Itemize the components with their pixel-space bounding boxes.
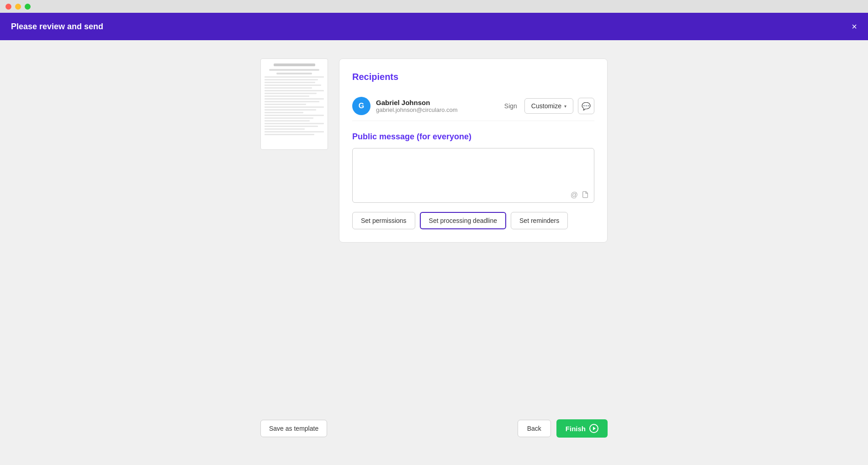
main-content: Recipients G Gabriel Johnson gabriel.joh…	[0, 40, 868, 465]
traffic-lights	[0, 0, 868, 13]
doc-text-line-14	[265, 112, 303, 113]
header: Please review and send ×	[0, 13, 868, 40]
comment-icon: 💬	[582, 102, 591, 111]
svg-marker-0	[593, 427, 596, 430]
message-textarea[interactable]	[352, 148, 594, 203]
document-preview	[260, 58, 328, 150]
traffic-light-red[interactable]	[5, 4, 11, 10]
customize-button[interactable]: Customize ▾	[524, 98, 573, 114]
document-lines	[261, 59, 328, 141]
recipient-row: G Gabriel Johnson gabriel.johnson@circul…	[352, 91, 594, 121]
doc-text-line-17	[265, 120, 310, 122]
right-panel: Recipients G Gabriel Johnson gabriel.joh…	[339, 58, 608, 243]
traffic-light-yellow[interactable]	[15, 4, 21, 10]
doc-text-line-20	[265, 128, 305, 130]
doc-text-line-21	[265, 131, 324, 132]
back-button[interactable]: Back	[518, 420, 551, 437]
bottom-row-wrapper: Save as template Back Finish	[0, 419, 868, 438]
set-reminders-button[interactable]: Set reminders	[511, 212, 568, 229]
chevron-down-icon: ▾	[564, 104, 566, 109]
content-area: Recipients G Gabriel Johnson gabriel.joh…	[260, 58, 608, 243]
doc-text-line-5	[265, 87, 312, 89]
recipient-name: Gabriel Johnson	[376, 99, 504, 106]
save-as-template-button[interactable]: Save as template	[260, 420, 327, 437]
doc-text-line-3	[265, 82, 315, 83]
doc-text-line-22	[265, 134, 314, 135]
doc-text-line-19	[265, 126, 318, 127]
recipient-action-label: Sign	[504, 102, 517, 110]
recipient-info: Gabriel Johnson gabriel.johnson@circular…	[376, 99, 504, 113]
doc-text-line-18	[265, 123, 324, 124]
doc-text-line-2	[265, 79, 318, 80]
comment-button[interactable]: 💬	[578, 98, 594, 114]
finish-button[interactable]: Finish	[556, 419, 608, 438]
doc-text-line-16	[265, 117, 313, 119]
doc-text-line-12	[265, 106, 324, 108]
doc-text-line-4	[265, 85, 321, 86]
finish-icon	[589, 424, 598, 433]
doc-text-line-13	[265, 109, 316, 111]
doc-text-line-1	[265, 76, 324, 78]
doc-text-line-7	[265, 93, 317, 94]
doc-text-line-6	[265, 90, 324, 91]
mention-icon[interactable]: @	[571, 191, 578, 200]
set-processing-deadline-button[interactable]: Set processing deadline	[420, 212, 506, 229]
public-message-title: Public message (for everyone)	[352, 132, 594, 142]
bottom-row: Save as template Back Finish	[260, 419, 608, 438]
recipient-email: gabriel.johnson@circularo.com	[376, 106, 504, 113]
set-permissions-button[interactable]: Set permissions	[352, 212, 415, 229]
doc-sub-line-2	[276, 73, 312, 74]
doc-text-line-9	[265, 98, 324, 100]
doc-text-line-11	[265, 104, 306, 105]
action-buttons: Set permissions Set processing deadline …	[352, 212, 594, 229]
textarea-icons: @	[571, 191, 589, 200]
header-title: Please review and send	[11, 22, 103, 32]
bottom-right-buttons: Back Finish	[518, 419, 608, 438]
recipients-title: Recipients	[352, 72, 594, 82]
doc-title-line	[274, 63, 315, 66]
doc-text-line-8	[265, 95, 309, 97]
doc-text-line-15	[265, 115, 324, 116]
attach-icon[interactable]	[582, 191, 589, 200]
avatar: G	[352, 97, 370, 115]
traffic-light-green[interactable]	[25, 4, 31, 10]
doc-sub-line	[269, 69, 320, 71]
close-button[interactable]: ×	[852, 22, 857, 31]
textarea-wrapper: @	[352, 148, 594, 205]
doc-text-line-10	[265, 101, 319, 102]
